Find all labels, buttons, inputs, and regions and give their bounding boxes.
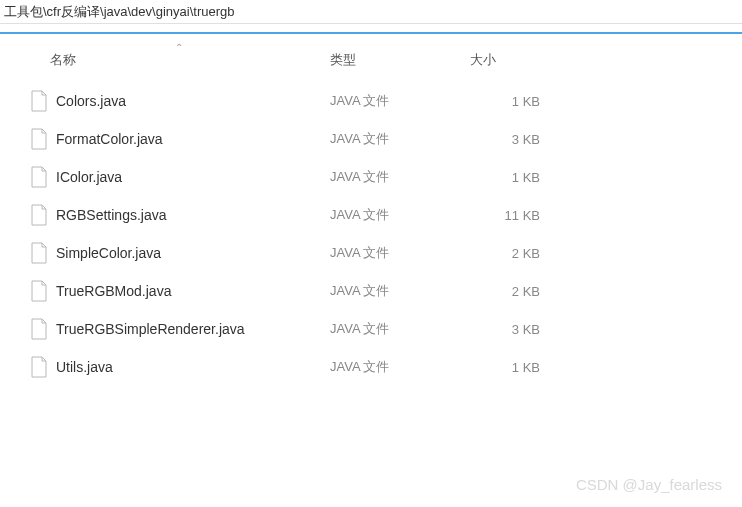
file-name: TrueRGBMod.java [56,283,330,299]
file-size: 3 KB [470,132,560,147]
file-type: JAVA 文件 [330,92,470,110]
file-size: 11 KB [470,208,560,223]
file-icon [30,356,48,378]
file-name: IColor.java [56,169,330,185]
sort-indicator-icon: ⌃ [175,42,183,53]
file-size: 1 KB [470,94,560,109]
file-size: 2 KB [470,284,560,299]
column-headers: ⌃ 名称 类型 大小 [0,46,742,74]
file-type: JAVA 文件 [330,130,470,148]
file-name: Utils.java [56,359,330,375]
file-type: JAVA 文件 [330,282,470,300]
file-icon [30,128,48,150]
file-explorer: ⌃ 名称 类型 大小 Colors.javaJAVA 文件1 KB Format… [0,34,742,386]
file-size: 1 KB [470,170,560,185]
file-name: TrueRGBSimpleRenderer.java [56,321,330,337]
file-icon [30,204,48,226]
file-name: FormatColor.java [56,131,330,147]
file-icon [30,166,48,188]
file-row[interactable]: SimpleColor.javaJAVA 文件2 KB [0,234,742,272]
file-list: Colors.javaJAVA 文件1 KB FormatColor.javaJ… [0,74,742,386]
file-row[interactable]: TrueRGBSimpleRenderer.javaJAVA 文件3 KB [0,310,742,348]
file-row[interactable]: FormatColor.javaJAVA 文件3 KB [0,120,742,158]
file-type: JAVA 文件 [330,244,470,262]
file-row[interactable]: IColor.javaJAVA 文件1 KB [0,158,742,196]
file-name: SimpleColor.java [56,245,330,261]
file-type: JAVA 文件 [330,206,470,224]
file-type: JAVA 文件 [330,168,470,186]
file-icon [30,318,48,340]
path-text: 工具包\cfr反编译\java\dev\ginyai\truergb [4,4,234,19]
watermark: CSDN @Jay_fearless [576,476,722,493]
file-icon [30,280,48,302]
column-header-name[interactable]: 名称 [30,51,330,69]
column-header-type[interactable]: 类型 [330,51,470,69]
file-name: RGBSettings.java [56,207,330,223]
column-header-size[interactable]: 大小 [470,51,560,69]
file-icon [30,242,48,264]
file-row[interactable]: Colors.javaJAVA 文件1 KB [0,82,742,120]
file-type: JAVA 文件 [330,320,470,338]
file-row[interactable]: Utils.javaJAVA 文件1 KB [0,348,742,386]
file-row[interactable]: TrueRGBMod.javaJAVA 文件2 KB [0,272,742,310]
file-size: 2 KB [470,246,560,261]
file-row[interactable]: RGBSettings.javaJAVA 文件11 KB [0,196,742,234]
path-bar[interactable]: 工具包\cfr反编译\java\dev\ginyai\truergb [0,0,742,24]
file-icon [30,90,48,112]
file-size: 1 KB [470,360,560,375]
file-type: JAVA 文件 [330,358,470,376]
file-name: Colors.java [56,93,330,109]
file-size: 3 KB [470,322,560,337]
